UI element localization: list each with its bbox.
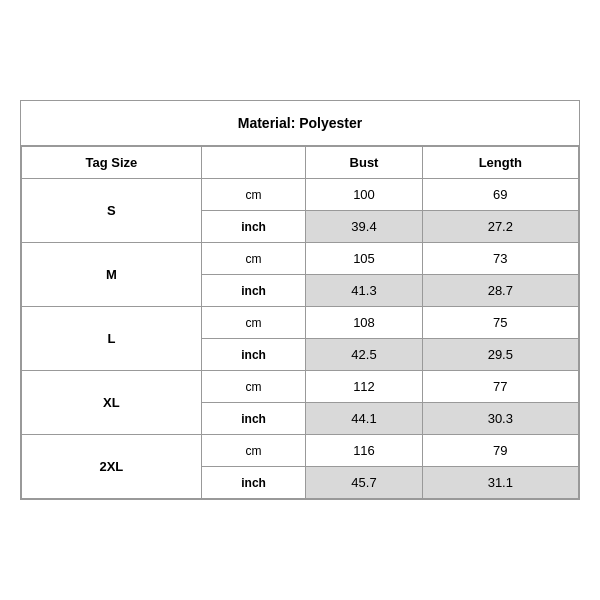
tag-size-cell: L (22, 307, 202, 371)
header-row: Tag Size Bust Length (22, 147, 579, 179)
length-cm: 77 (422, 371, 578, 403)
tag-size-cell: S (22, 179, 202, 243)
unit-cm: cm (201, 435, 306, 467)
bust-inch: 41.3 (306, 275, 422, 307)
unit-cm: cm (201, 179, 306, 211)
bust-cm: 112 (306, 371, 422, 403)
length-inch: 27.2 (422, 211, 578, 243)
size-chart-wrapper: Material: Polyester Tag Size Bust Length… (20, 100, 580, 500)
bust-inch: 44.1 (306, 403, 422, 435)
unit-inch: inch (201, 211, 306, 243)
bust-cm: 108 (306, 307, 422, 339)
unit-cm: cm (201, 243, 306, 275)
bust-inch: 39.4 (306, 211, 422, 243)
table-row: M cm 105 73 (22, 243, 579, 275)
unit-inch: inch (201, 403, 306, 435)
header-length: Length (422, 147, 578, 179)
header-tag-size: Tag Size (22, 147, 202, 179)
table-row: S cm 100 69 (22, 179, 579, 211)
size-table: Tag Size Bust Length S cm 100 69 inch 39… (21, 146, 579, 499)
length-inch: 31.1 (422, 467, 578, 499)
length-inch: 28.7 (422, 275, 578, 307)
table-row: L cm 108 75 (22, 307, 579, 339)
tag-size-cell: 2XL (22, 435, 202, 499)
unit-cm: cm (201, 371, 306, 403)
bust-cm: 105 (306, 243, 422, 275)
unit-inch: inch (201, 467, 306, 499)
bust-cm: 116 (306, 435, 422, 467)
length-cm: 75 (422, 307, 578, 339)
header-empty (201, 147, 306, 179)
table-row: XL cm 112 77 (22, 371, 579, 403)
table-row: 2XL cm 116 79 (22, 435, 579, 467)
tag-size-cell: M (22, 243, 202, 307)
unit-cm: cm (201, 307, 306, 339)
chart-title: Material: Polyester (21, 101, 579, 146)
bust-cm: 100 (306, 179, 422, 211)
tag-size-cell: XL (22, 371, 202, 435)
bust-inch: 42.5 (306, 339, 422, 371)
length-cm: 73 (422, 243, 578, 275)
length-inch: 30.3 (422, 403, 578, 435)
header-bust: Bust (306, 147, 422, 179)
length-cm: 69 (422, 179, 578, 211)
unit-inch: inch (201, 275, 306, 307)
unit-inch: inch (201, 339, 306, 371)
length-cm: 79 (422, 435, 578, 467)
bust-inch: 45.7 (306, 467, 422, 499)
length-inch: 29.5 (422, 339, 578, 371)
